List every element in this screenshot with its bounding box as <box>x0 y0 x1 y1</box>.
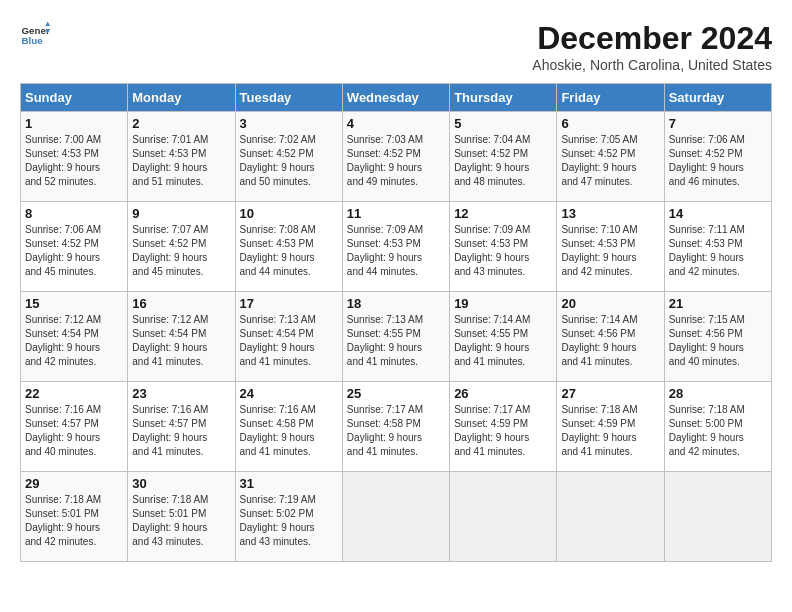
day-info: Sunrise: 7:00 AMSunset: 4:53 PMDaylight:… <box>25 133 123 189</box>
day-info: Sunrise: 7:08 AMSunset: 4:53 PMDaylight:… <box>240 223 338 279</box>
calendar-cell: 27Sunrise: 7:18 AMSunset: 4:59 PMDayligh… <box>557 382 664 472</box>
day-info: Sunrise: 7:06 AMSunset: 4:52 PMDaylight:… <box>669 133 767 189</box>
calendar-cell: 15Sunrise: 7:12 AMSunset: 4:54 PMDayligh… <box>21 292 128 382</box>
logo: General Blue <box>20 20 50 50</box>
calendar-cell: 18Sunrise: 7:13 AMSunset: 4:55 PMDayligh… <box>342 292 449 382</box>
calendar-cell: 6Sunrise: 7:05 AMSunset: 4:52 PMDaylight… <box>557 112 664 202</box>
day-info: Sunrise: 7:04 AMSunset: 4:52 PMDaylight:… <box>454 133 552 189</box>
day-info: Sunrise: 7:10 AMSunset: 4:53 PMDaylight:… <box>561 223 659 279</box>
calendar-cell: 7Sunrise: 7:06 AMSunset: 4:52 PMDaylight… <box>664 112 771 202</box>
calendar-week-row: 1Sunrise: 7:00 AMSunset: 4:53 PMDaylight… <box>21 112 772 202</box>
calendar-cell: 2Sunrise: 7:01 AMSunset: 4:53 PMDaylight… <box>128 112 235 202</box>
day-number: 29 <box>25 476 123 491</box>
calendar-week-row: 22Sunrise: 7:16 AMSunset: 4:57 PMDayligh… <box>21 382 772 472</box>
calendar-header-row: SundayMondayTuesdayWednesdayThursdayFrid… <box>21 84 772 112</box>
calendar-cell: 19Sunrise: 7:14 AMSunset: 4:55 PMDayligh… <box>450 292 557 382</box>
day-number: 4 <box>347 116 445 131</box>
page-title: December 2024 <box>532 20 772 57</box>
day-info: Sunrise: 7:16 AMSunset: 4:57 PMDaylight:… <box>25 403 123 459</box>
column-header-tuesday: Tuesday <box>235 84 342 112</box>
calendar-cell: 14Sunrise: 7:11 AMSunset: 4:53 PMDayligh… <box>664 202 771 292</box>
page-subtitle: Ahoskie, North Carolina, United States <box>532 57 772 73</box>
day-info: Sunrise: 7:16 AMSunset: 4:58 PMDaylight:… <box>240 403 338 459</box>
svg-text:General: General <box>22 25 51 36</box>
calendar-cell: 9Sunrise: 7:07 AMSunset: 4:52 PMDaylight… <box>128 202 235 292</box>
calendar-body: 1Sunrise: 7:00 AMSunset: 4:53 PMDaylight… <box>21 112 772 562</box>
calendar-week-row: 29Sunrise: 7:18 AMSunset: 5:01 PMDayligh… <box>21 472 772 562</box>
calendar-cell: 23Sunrise: 7:16 AMSunset: 4:57 PMDayligh… <box>128 382 235 472</box>
calendar-week-row: 15Sunrise: 7:12 AMSunset: 4:54 PMDayligh… <box>21 292 772 382</box>
column-header-friday: Friday <box>557 84 664 112</box>
calendar-cell: 1Sunrise: 7:00 AMSunset: 4:53 PMDaylight… <box>21 112 128 202</box>
day-number: 17 <box>240 296 338 311</box>
calendar-cell: 20Sunrise: 7:14 AMSunset: 4:56 PMDayligh… <box>557 292 664 382</box>
day-info: Sunrise: 7:13 AMSunset: 4:54 PMDaylight:… <box>240 313 338 369</box>
day-number: 7 <box>669 116 767 131</box>
day-info: Sunrise: 7:12 AMSunset: 4:54 PMDaylight:… <box>132 313 230 369</box>
day-info: Sunrise: 7:07 AMSunset: 4:52 PMDaylight:… <box>132 223 230 279</box>
calendar-cell: 28Sunrise: 7:18 AMSunset: 5:00 PMDayligh… <box>664 382 771 472</box>
day-info: Sunrise: 7:09 AMSunset: 4:53 PMDaylight:… <box>454 223 552 279</box>
calendar-cell: 31Sunrise: 7:19 AMSunset: 5:02 PMDayligh… <box>235 472 342 562</box>
day-number: 15 <box>25 296 123 311</box>
column-header-saturday: Saturday <box>664 84 771 112</box>
calendar-cell: 13Sunrise: 7:10 AMSunset: 4:53 PMDayligh… <box>557 202 664 292</box>
calendar-cell <box>342 472 449 562</box>
day-info: Sunrise: 7:05 AMSunset: 4:52 PMDaylight:… <box>561 133 659 189</box>
day-info: Sunrise: 7:18 AMSunset: 5:01 PMDaylight:… <box>25 493 123 549</box>
calendar-cell <box>664 472 771 562</box>
logo-icon: General Blue <box>20 20 50 50</box>
day-number: 14 <box>669 206 767 221</box>
svg-marker-2 <box>46 22 51 27</box>
day-info: Sunrise: 7:17 AMSunset: 4:58 PMDaylight:… <box>347 403 445 459</box>
day-number: 25 <box>347 386 445 401</box>
day-number: 23 <box>132 386 230 401</box>
day-info: Sunrise: 7:11 AMSunset: 4:53 PMDaylight:… <box>669 223 767 279</box>
day-number: 16 <box>132 296 230 311</box>
calendar-cell: 3Sunrise: 7:02 AMSunset: 4:52 PMDaylight… <box>235 112 342 202</box>
day-number: 21 <box>669 296 767 311</box>
day-info: Sunrise: 7:03 AMSunset: 4:52 PMDaylight:… <box>347 133 445 189</box>
calendar-cell: 24Sunrise: 7:16 AMSunset: 4:58 PMDayligh… <box>235 382 342 472</box>
day-number: 19 <box>454 296 552 311</box>
calendar-cell: 16Sunrise: 7:12 AMSunset: 4:54 PMDayligh… <box>128 292 235 382</box>
column-header-sunday: Sunday <box>21 84 128 112</box>
svg-text:Blue: Blue <box>22 35 44 46</box>
day-number: 22 <box>25 386 123 401</box>
day-info: Sunrise: 7:18 AMSunset: 5:00 PMDaylight:… <box>669 403 767 459</box>
day-info: Sunrise: 7:14 AMSunset: 4:55 PMDaylight:… <box>454 313 552 369</box>
calendar-cell: 10Sunrise: 7:08 AMSunset: 4:53 PMDayligh… <box>235 202 342 292</box>
day-info: Sunrise: 7:18 AMSunset: 4:59 PMDaylight:… <box>561 403 659 459</box>
day-info: Sunrise: 7:14 AMSunset: 4:56 PMDaylight:… <box>561 313 659 369</box>
page-header: General Blue December 2024 Ahoskie, Nort… <box>20 20 772 73</box>
calendar-cell: 17Sunrise: 7:13 AMSunset: 4:54 PMDayligh… <box>235 292 342 382</box>
day-number: 31 <box>240 476 338 491</box>
day-number: 13 <box>561 206 659 221</box>
calendar-cell: 21Sunrise: 7:15 AMSunset: 4:56 PMDayligh… <box>664 292 771 382</box>
calendar-cell: 26Sunrise: 7:17 AMSunset: 4:59 PMDayligh… <box>450 382 557 472</box>
title-block: December 2024 Ahoskie, North Carolina, U… <box>532 20 772 73</box>
day-info: Sunrise: 7:02 AMSunset: 4:52 PMDaylight:… <box>240 133 338 189</box>
calendar-cell: 25Sunrise: 7:17 AMSunset: 4:58 PMDayligh… <box>342 382 449 472</box>
day-number: 30 <box>132 476 230 491</box>
day-number: 27 <box>561 386 659 401</box>
day-number: 20 <box>561 296 659 311</box>
day-number: 24 <box>240 386 338 401</box>
calendar-cell: 11Sunrise: 7:09 AMSunset: 4:53 PMDayligh… <box>342 202 449 292</box>
day-info: Sunrise: 7:12 AMSunset: 4:54 PMDaylight:… <box>25 313 123 369</box>
calendar-cell <box>450 472 557 562</box>
day-info: Sunrise: 7:01 AMSunset: 4:53 PMDaylight:… <box>132 133 230 189</box>
calendar-cell: 12Sunrise: 7:09 AMSunset: 4:53 PMDayligh… <box>450 202 557 292</box>
column-header-thursday: Thursday <box>450 84 557 112</box>
calendar-cell: 4Sunrise: 7:03 AMSunset: 4:52 PMDaylight… <box>342 112 449 202</box>
day-info: Sunrise: 7:09 AMSunset: 4:53 PMDaylight:… <box>347 223 445 279</box>
day-number: 10 <box>240 206 338 221</box>
day-number: 2 <box>132 116 230 131</box>
column-header-wednesday: Wednesday <box>342 84 449 112</box>
day-number: 11 <box>347 206 445 221</box>
calendar-table: SundayMondayTuesdayWednesdayThursdayFrid… <box>20 83 772 562</box>
calendar-cell: 29Sunrise: 7:18 AMSunset: 5:01 PMDayligh… <box>21 472 128 562</box>
day-number: 9 <box>132 206 230 221</box>
day-info: Sunrise: 7:16 AMSunset: 4:57 PMDaylight:… <box>132 403 230 459</box>
day-info: Sunrise: 7:17 AMSunset: 4:59 PMDaylight:… <box>454 403 552 459</box>
